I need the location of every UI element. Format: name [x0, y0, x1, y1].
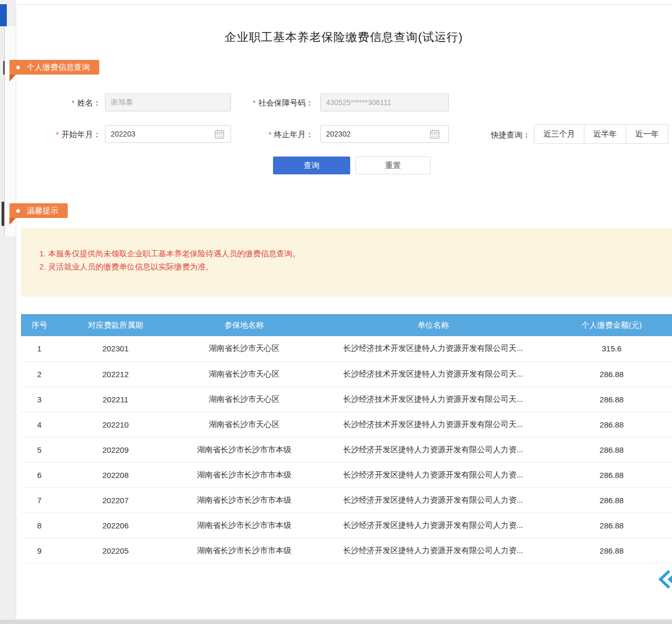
- table-cell: 湖南省长沙市天心区: [173, 412, 315, 437]
- table-cell: 202207: [58, 487, 173, 513]
- table-cell: 3: [21, 387, 58, 412]
- bottom-strip: [0, 620, 672, 624]
- column-header: 对应费款所属期: [58, 314, 173, 336]
- table-cell: 湖南省长沙市天心区: [173, 361, 315, 387]
- table-row: 2202212湖南省长沙市天心区长沙经济技术开发区捷特人力资源开发有限公司天..…: [21, 361, 672, 387]
- start-month-field[interactable]: [105, 125, 231, 143]
- table-cell: 湖南省长沙市长沙市市本级: [173, 513, 315, 538]
- quick-range-button-halfyear[interactable]: 近半年: [584, 124, 626, 144]
- side-tab[interactable]: [0, 4, 7, 26]
- table-cell: 286.88: [551, 387, 672, 412]
- column-header: 参保地名称: [173, 314, 315, 336]
- table-cell: 5: [21, 437, 58, 462]
- table-cell: 长沙经济开发区捷特人力资源开发有限公司人力资...: [315, 513, 551, 538]
- table-row: 1202301湖南省长沙市天心区长沙经济技术开发区捷特人力资源开发有限公司天..…: [21, 336, 672, 361]
- table-row: 5202209湖南省长沙市长沙市市本级长沙经济开发区捷特人力资源开发有限公司人力…: [21, 437, 672, 462]
- calendar-icon[interactable]: [214, 129, 225, 139]
- table-cell: 202301: [58, 336, 173, 361]
- table-row: 8202206湖南省长沙市长沙市市本级长沙经济开发区捷特人力资源开发有限公司人力…: [21, 513, 672, 538]
- table-cell: 长沙经济技术开发区捷特人力资源开发有限公司天...: [315, 361, 551, 387]
- double-chevron-left-icon[interactable]: [656, 567, 672, 591]
- table-cell: 2: [21, 361, 58, 387]
- table-cell: 8: [21, 513, 58, 538]
- table-cell: 202211: [58, 387, 173, 412]
- table-cell: 202205: [58, 538, 173, 563]
- table-cell: 202209: [58, 437, 173, 462]
- section-badge-personal-payment-query: 个人缴费信息查询: [9, 60, 99, 75]
- table-cell: 长沙经济技术开发区捷特人力资源开发有限公司天...: [315, 336, 551, 361]
- bullet-icon: [16, 66, 20, 69]
- ssn-field: [320, 93, 449, 111]
- table-cell: 长沙经济技术开发区捷特人力资源开发有限公司天...: [315, 387, 551, 412]
- section-badge-label: 个人缴费信息查询: [27, 63, 90, 72]
- edge-mark: [2, 202, 4, 226]
- section-badge-label: 温馨提示: [27, 206, 58, 216]
- table-cell: 9: [21, 538, 58, 563]
- column-header: 个人缴费金额(元): [551, 314, 672, 336]
- table-cell: 202206: [58, 513, 173, 538]
- edge-mark: [3, 61, 5, 75]
- ribbon-fold: [9, 218, 16, 225]
- ribbon-fold: [9, 75, 16, 81]
- name-field: [105, 93, 231, 111]
- table-cell: 湖南省长沙市长沙市市本级: [173, 538, 315, 563]
- start-month-label: *开始年月：: [32, 129, 101, 140]
- quick-range-button-1year[interactable]: 近一年: [626, 124, 668, 144]
- table-cell: 1: [21, 336, 58, 361]
- table-row: 9202205湖南省长沙市长沙市市本级长沙经济开发区捷特人力资源开发有限公司人力…: [21, 538, 672, 563]
- calendar-icon[interactable]: [429, 129, 440, 139]
- query-button[interactable]: 查询: [273, 157, 350, 174]
- column-header: 序号: [21, 314, 58, 336]
- table-cell: 286.88: [551, 538, 672, 563]
- table-cell: 长沙经济开发区捷特人力资源开发有限公司人力资...: [315, 538, 551, 563]
- name-label: *姓名：: [32, 98, 101, 108]
- table-row: 3202211湖南省长沙市天心区长沙经济技术开发区捷特人力资源开发有限公司天..…: [21, 387, 672, 412]
- table-header-row: 序号对应费款所属期参保地名称单位名称个人缴费金额(元): [21, 314, 672, 336]
- table-cell: 286.88: [551, 487, 672, 513]
- table-cell: 202208: [58, 462, 173, 487]
- required-asterisk: *: [253, 99, 256, 107]
- notice-box: 1. 本服务仅提供尚未领取企业职工基本养老保险待遇人员的缴费信息查询。 2. 灵…: [21, 228, 672, 297]
- section-badge-tips: 温馨提示: [9, 203, 68, 218]
- table-cell: 4: [21, 412, 58, 437]
- table-row: 7202207湖南省长沙市长沙市市本级长沙经济开发区捷特人力资源开发有限公司人力…: [21, 487, 672, 513]
- table-cell: 长沙经济开发区捷特人力资源开发有限公司人力资...: [315, 487, 551, 513]
- page-title: 企业职工基本养老保险缴费信息查询(试运行): [16, 29, 672, 45]
- table-cell: 286.88: [551, 361, 672, 387]
- ssn-label: *社会保障号码：: [231, 98, 313, 108]
- table-cell: 286.88: [551, 437, 672, 462]
- table-body: 1202301湖南省长沙市天心区长沙经济技术开发区捷特人力资源开发有限公司天..…: [21, 336, 672, 563]
- table-row: 4202210湖南省长沙市天心区长沙经济技术开发区捷特人力资源开发有限公司天..…: [21, 412, 672, 437]
- table-cell: 7: [21, 487, 58, 513]
- table-cell: 长沙经济技术开发区捷特人力资源开发有限公司天...: [315, 412, 551, 437]
- table-cell: 315.6: [551, 336, 672, 361]
- table-cell: 湖南省长沙市长沙市市本级: [173, 437, 315, 462]
- table-cell: 6: [21, 462, 58, 487]
- bullet-icon: [16, 209, 20, 213]
- reset-button[interactable]: 重置: [355, 157, 430, 174]
- table-cell: 湖南省长沙市天心区: [173, 336, 315, 361]
- notice-line: 2. 灵活就业人员的缴费单位信息以实际缴费为准。: [39, 260, 654, 273]
- table-row: 6202208湖南省长沙市长沙市市本级长沙经济开发区捷特人力资源开发有限公司人力…: [21, 462, 672, 487]
- end-month-label: *终止年月：: [231, 129, 313, 140]
- quick-query-group: 近三个月 近半年 近一年: [534, 124, 668, 144]
- table-cell: 286.88: [551, 513, 672, 538]
- table-cell: 202212: [58, 361, 173, 387]
- table-cell: 湖南省长沙市长沙市市本级: [173, 487, 315, 513]
- quick-range-button-3months[interactable]: 近三个月: [534, 124, 584, 144]
- table-cell: 长沙经济开发区捷特人力资源开发有限公司人力资...: [315, 437, 551, 462]
- table-cell: 286.88: [551, 462, 672, 487]
- required-asterisk: *: [72, 99, 75, 107]
- table-cell: 286.88: [551, 412, 672, 437]
- table-cell: 202210: [58, 412, 173, 437]
- table-cell: 湖南省长沙市天心区: [173, 387, 315, 412]
- table-cell: 长沙经济开发区捷特人力资源开发有限公司人力资...: [315, 462, 551, 487]
- column-header: 单位名称: [315, 314, 551, 336]
- quick-query-label: 快捷查询：: [475, 130, 530, 140]
- required-asterisk: *: [56, 130, 59, 139]
- required-asterisk: *: [269, 130, 271, 139]
- results-table: 序号对应费款所属期参保地名称单位名称个人缴费金额(元) 1202301湖南省长沙…: [21, 314, 672, 564]
- table-cell: 湖南省长沙市长沙市市本级: [173, 462, 315, 487]
- notice-line: 1. 本服务仅提供尚未领取企业职工基本养老保险待遇人员的缴费信息查询。: [39, 247, 654, 260]
